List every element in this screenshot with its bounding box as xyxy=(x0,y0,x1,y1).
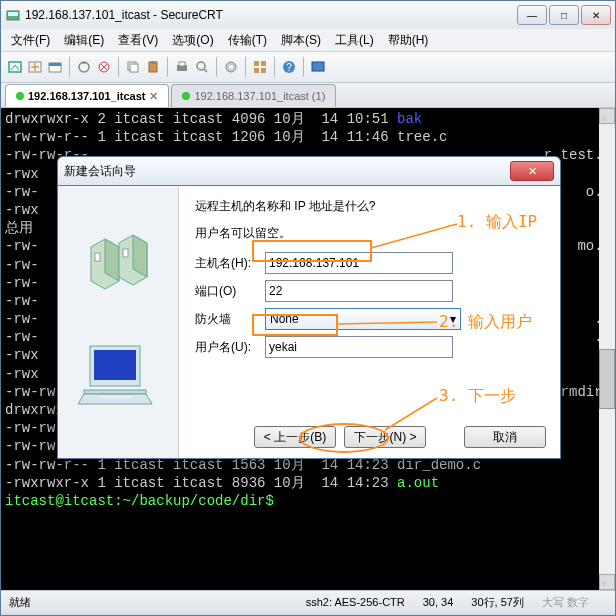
tb-print-icon[interactable] xyxy=(174,59,190,75)
statusbar: 就绪 ssh2: AES-256-CTR 30, 34 30行, 57列 VT1… xyxy=(1,590,615,613)
tb-find-icon[interactable] xyxy=(194,59,210,75)
menu-edit[interactable]: 编辑(E) xyxy=(58,30,110,51)
svg-rect-27 xyxy=(94,350,136,380)
server-icon xyxy=(83,227,153,297)
tb-options-icon[interactable] xyxy=(223,59,239,75)
svg-point-16 xyxy=(229,65,233,69)
svg-rect-25 xyxy=(123,249,128,257)
svg-rect-17 xyxy=(254,61,259,66)
next-button[interactable]: 下一步(N) > xyxy=(344,426,426,448)
tb-session-icon[interactable] xyxy=(47,59,63,75)
tab-status-icon xyxy=(182,92,190,100)
tab-close-icon[interactable]: ✕ xyxy=(149,90,158,103)
tab-inactive[interactable]: 192.168.137.101_itcast (1) xyxy=(171,84,336,107)
tb-connect-icon[interactable] xyxy=(7,59,23,75)
tab-active[interactable]: 192.168.137.101_itcast ✕ xyxy=(5,84,169,107)
firewall-label: 防火墙 xyxy=(195,311,265,328)
tb-copy-icon[interactable] xyxy=(125,59,141,75)
status-cursor-pos: 30, 34 xyxy=(423,596,454,608)
dialog-question: 远程主机的名称和 IP 地址是什么? xyxy=(195,198,544,215)
tb-screen-icon[interactable] xyxy=(310,59,326,75)
chevron-down-icon: ▾ xyxy=(450,312,456,326)
firewall-select[interactable]: None▾ xyxy=(265,308,461,330)
svg-rect-9 xyxy=(130,64,138,72)
terminal-scrollbar[interactable]: ▴ ▾ xyxy=(599,108,615,590)
dialog-note: 用户名可以留空。 xyxy=(195,225,544,242)
maximize-button[interactable]: □ xyxy=(549,5,579,25)
menu-file[interactable]: 文件(F) xyxy=(5,30,56,51)
svg-rect-19 xyxy=(254,68,259,73)
status-caps: 大写 数字 xyxy=(542,595,589,610)
hostname-input[interactable] xyxy=(265,252,453,274)
dialog-close-button[interactable]: ✕ xyxy=(510,161,554,181)
back-button[interactable]: < 上一步(B) xyxy=(254,426,336,448)
svg-rect-18 xyxy=(261,61,266,66)
tb-paste-icon[interactable] xyxy=(145,59,161,75)
status-ready: 就绪 xyxy=(9,595,31,610)
tab-active-label: 192.168.137.101_itcast xyxy=(28,90,145,102)
tb-help-icon[interactable]: ? xyxy=(281,59,297,75)
svg-rect-28 xyxy=(84,390,146,394)
dialog-sidebar xyxy=(58,186,179,458)
svg-rect-29 xyxy=(98,396,132,398)
app-icon xyxy=(5,7,21,23)
tb-tile-icon[interactable] xyxy=(252,59,268,75)
port-input[interactable] xyxy=(265,280,453,302)
scroll-up-icon[interactable]: ▴ xyxy=(599,108,615,124)
svg-rect-1 xyxy=(8,12,18,16)
tab-status-icon xyxy=(16,92,24,100)
svg-point-14 xyxy=(197,62,205,70)
menu-options[interactable]: 选项(O) xyxy=(166,30,219,51)
window-titlebar: 192.168.137.101_itcast - SecureCRT — □ ✕ xyxy=(1,1,615,29)
svg-rect-5 xyxy=(49,63,61,66)
scroll-thumb[interactable] xyxy=(599,349,615,409)
hostname-label: 主机名(H): xyxy=(195,255,265,272)
tb-disconnect-icon[interactable] xyxy=(96,59,112,75)
tb-quick-icon[interactable] xyxy=(27,59,43,75)
menu-view[interactable]: 查看(V) xyxy=(112,30,164,51)
tb-reconnect-icon[interactable] xyxy=(76,59,92,75)
cancel-button[interactable]: 取消 xyxy=(464,426,546,448)
svg-text:?: ? xyxy=(286,62,292,73)
svg-rect-11 xyxy=(151,61,155,64)
menu-script[interactable]: 脚本(S) xyxy=(275,30,327,51)
tab-inactive-label: 192.168.137.101_itcast (1) xyxy=(194,90,325,102)
username-label: 用户名(U): xyxy=(195,339,265,356)
toolbar: ? xyxy=(1,52,615,83)
session-tabs: 192.168.137.101_itcast ✕ 192.168.137.101… xyxy=(1,83,615,108)
svg-rect-23 xyxy=(312,62,324,71)
scroll-down-icon[interactable]: ▾ xyxy=(599,574,615,590)
new-session-wizard-dialog: 新建会话向导 ✕ xyxy=(57,156,561,458)
menu-tools[interactable]: 工具(L) xyxy=(329,30,380,51)
status-encryption: ssh2: AES-256-CTR xyxy=(306,596,405,608)
svg-rect-20 xyxy=(261,68,266,73)
username-input[interactable] xyxy=(265,336,453,358)
minimize-button[interactable]: — xyxy=(517,5,547,25)
dialog-titlebar[interactable]: 新建会话向导 ✕ xyxy=(57,156,561,186)
computer-icon xyxy=(78,338,158,418)
svg-rect-13 xyxy=(179,62,185,66)
terminal-prompt: itcast@itcast:~/backup/code/dir$ xyxy=(5,493,274,509)
window-title: 192.168.137.101_itcast - SecureCRT xyxy=(25,8,517,22)
menubar: 文件(F) 编辑(E) 查看(V) 选项(O) 传输(T) 脚本(S) 工具(L… xyxy=(1,29,615,52)
dialog-title: 新建会话向导 xyxy=(64,163,136,180)
annotation-3: 3. 下一步 xyxy=(439,386,516,407)
svg-rect-2 xyxy=(9,62,21,72)
svg-rect-24 xyxy=(95,253,100,261)
status-size: 30行, 57列 xyxy=(471,595,524,610)
port-label: 端口(O) xyxy=(195,283,265,300)
close-button[interactable]: ✕ xyxy=(581,5,611,25)
menu-help[interactable]: 帮助(H) xyxy=(382,30,435,51)
menu-transfer[interactable]: 传输(T) xyxy=(222,30,273,51)
